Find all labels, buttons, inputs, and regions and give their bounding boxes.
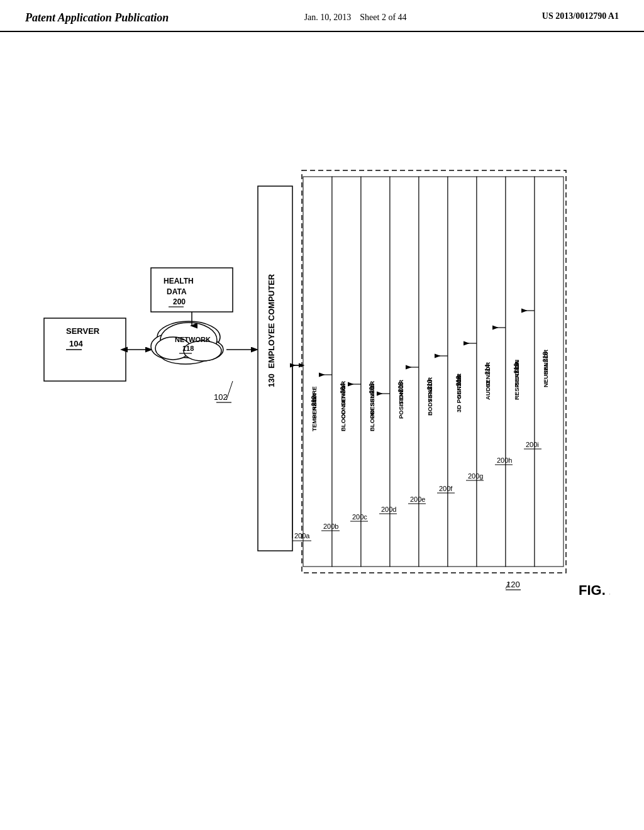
svg-text:206: 206	[369, 383, 375, 394]
svg-text:130: 130	[267, 374, 276, 387]
patent-number: US 2013/0012790 A1	[542, 11, 619, 21]
svg-rect-76	[477, 177, 506, 567]
svg-text:SERVER: SERVER	[66, 326, 100, 336]
svg-rect-62	[419, 177, 448, 567]
svg-text:200c: 200c	[352, 513, 367, 521]
svg-text:HEALTH: HEALTH	[164, 277, 194, 285]
svg-text:200h: 200h	[497, 456, 512, 464]
svg-text:216: 216	[513, 363, 520, 374]
diagram-area: SERVER 104 NETWORK 118 HEALTH DATA 200 1…	[0, 32, 644, 812]
svg-text:212: 212	[455, 375, 462, 386]
svg-text:200e: 200e	[410, 495, 425, 503]
svg-text:200g: 200g	[468, 472, 483, 480]
svg-text:104: 104	[69, 339, 83, 348]
svg-text:200: 200	[173, 297, 186, 306]
svg-rect-90	[535, 177, 564, 567]
svg-rect-69	[448, 177, 477, 567]
svg-text:214: 214	[484, 364, 491, 375]
svg-text:200a: 200a	[294, 532, 310, 540]
svg-text:200d: 200d	[381, 506, 396, 513]
svg-text:200i: 200i	[526, 441, 539, 448]
svg-rect-15	[151, 268, 233, 312]
svg-rect-32	[303, 177, 332, 567]
svg-text:218: 218	[542, 351, 549, 362]
svg-text:EMPLOYEE COMPUTER: EMPLOYEE COMPUTER	[267, 274, 276, 368]
svg-text:210: 210	[426, 379, 433, 390]
page-header: Patent Application Publication Jan. 10, …	[0, 0, 644, 32]
svg-text:NETWORK: NETWORK	[175, 336, 211, 343]
svg-text:118: 118	[182, 345, 194, 352]
svg-text:204: 204	[340, 383, 347, 394]
publication-title: Patent Application Publication	[25, 11, 169, 25]
patent-diagram: SERVER 104 NETWORK 118 HEALTH DATA 200 1…	[31, 70, 610, 812]
svg-text:200f: 200f	[439, 485, 453, 492]
svg-line-24	[226, 381, 233, 400]
svg-text:FIG. 2: FIG. 2	[579, 582, 610, 598]
sheet-info: Sheet 2 of 44	[360, 13, 406, 22]
publication-date-sheet: Jan. 10, 2013 Sheet 2 of 44	[304, 11, 407, 24]
svg-text:DATA: DATA	[167, 287, 187, 296]
svg-text:202: 202	[311, 396, 318, 406]
svg-rect-83	[506, 177, 535, 567]
publication-date: Jan. 10, 2013	[304, 13, 352, 22]
svg-rect-39	[332, 177, 361, 567]
svg-text:102: 102	[214, 392, 228, 402]
svg-text:208: 208	[397, 382, 404, 392]
svg-text:200b: 200b	[323, 523, 338, 530]
